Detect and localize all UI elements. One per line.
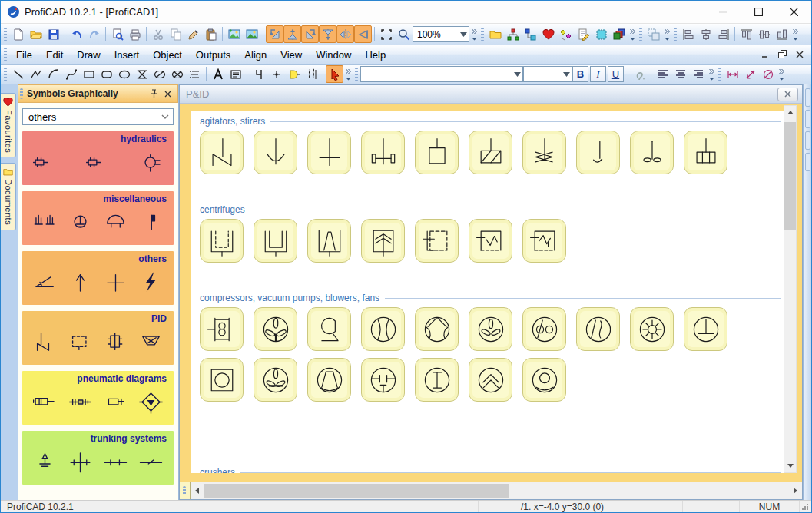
dock-button[interactable]: [805, 110, 810, 128]
text-block-button[interactable]: [227, 65, 244, 83]
symbol-tile-centrifuge-basket[interactable]: [254, 219, 297, 263]
menu-help[interactable]: Help: [358, 46, 393, 64]
toolbar-grip[interactable]: [355, 68, 358, 81]
group-objects-button[interactable]: [645, 25, 662, 43]
align-left-button[interactable]: [679, 25, 697, 43]
flip-horizontal-button[interactable]: [336, 25, 354, 43]
menubar-grip[interactable]: [4, 48, 7, 61]
toolbar-overflow-chevron[interactable]: [790, 25, 800, 43]
symbol-tile-centrifuge-dashed-basket[interactable]: [200, 219, 244, 263]
symbol-tile-ring-compressor[interactable]: [522, 358, 566, 402]
toolbar-overflow-chevron[interactable]: [777, 65, 787, 83]
symbol-mini-angle[interactable]: [32, 270, 58, 295]
symbol-tile-axial-fan[interactable]: [254, 307, 297, 351]
rotate-free-button[interactable]: [354, 25, 372, 43]
scroll-corner-grip[interactable]: [180, 482, 191, 499]
toolbar-grip[interactable]: [481, 28, 484, 41]
zoom-button[interactable]: [395, 25, 413, 43]
toolbar-overflow-chevron[interactable]: [628, 25, 638, 43]
connector-button[interactable]: [250, 65, 267, 83]
dim-angular-button[interactable]: [741, 65, 759, 83]
align-middle-button[interactable]: [755, 25, 773, 43]
symbol-tile-centrifuge-pusher[interactable]: [415, 219, 459, 263]
menu-insert[interactable]: Insert: [108, 46, 147, 64]
symbol-tile-gear-pump[interactable]: [630, 307, 674, 351]
edit-symbol-button[interactable]: [575, 25, 592, 43]
new-button[interactable]: [9, 25, 27, 43]
align-top-button[interactable]: [737, 25, 755, 43]
toolbar-grip[interactable]: [4, 68, 7, 81]
mdi-restore-button[interactable]: [778, 49, 787, 61]
symbol-tile-rotary-compressor[interactable]: [200, 358, 244, 402]
category-trunking-systems[interactable]: trunking systems: [22, 431, 174, 485]
zoom-level-combo[interactable]: 100%: [413, 26, 469, 42]
menu-view[interactable]: View: [273, 46, 309, 64]
align-right-button[interactable]: [714, 25, 732, 43]
junction-button[interactable]: [267, 65, 285, 83]
redo-button[interactable]: [85, 25, 103, 43]
ellipse-slash-button[interactable]: [151, 65, 168, 83]
menu-align[interactable]: Align: [237, 46, 273, 64]
rounded-rectangle-button[interactable]: [98, 65, 115, 83]
menu-draw[interactable]: Draw: [70, 46, 107, 64]
insert-texture-button[interactable]: [243, 25, 260, 43]
symbols-tree-button[interactable]: [504, 25, 522, 43]
symbol-mini-trunk-line[interactable]: [103, 449, 128, 475]
print-preview-button[interactable]: [108, 25, 126, 43]
copy-button[interactable]: [167, 25, 184, 43]
scroll-right-arrow[interactable]: [789, 482, 802, 499]
menu-file[interactable]: File: [9, 46, 39, 64]
toolbar-overflow-chevron[interactable]: [343, 65, 353, 83]
select-area-button[interactable]: [377, 25, 395, 43]
font-family-combo[interactable]: [360, 66, 523, 82]
open-folder-button[interactable]: [486, 25, 504, 43]
pid-title-bar[interactable]: P&ID: [180, 85, 802, 104]
symbol-tile-centrifuge-vibrating-2[interactable]: [522, 219, 566, 263]
underline-button[interactable]: U: [608, 66, 624, 82]
symbol-tile-diaphragm-compressor[interactable]: [415, 307, 459, 351]
rectangle-button[interactable]: [80, 65, 98, 83]
cut-button[interactable]: [149, 25, 167, 43]
symbol-mini-antennas[interactable]: [32, 210, 58, 235]
symbol-mini-pump[interactable]: [138, 150, 164, 175]
italic-button[interactable]: I: [590, 66, 606, 82]
hourglass-button[interactable]: [133, 65, 151, 83]
toolbar-overflow-chevron[interactable]: [662, 25, 672, 43]
tab-documents[interactable]: Documents: [1, 163, 16, 230]
symbol-mini-power-pack[interactable]: [85, 150, 111, 175]
horizontal-scrollbar[interactable]: [191, 482, 802, 499]
chevron-down-icon[interactable]: [561, 72, 572, 77]
resize-grip[interactable]: [800, 503, 811, 511]
symbol-tile-axial-fan-stage[interactable]: [254, 358, 297, 402]
hatch-button[interactable]: [186, 65, 204, 83]
line-button[interactable]: [9, 65, 27, 83]
vertical-scrollbar[interactable]: [784, 105, 797, 473]
pin-icon[interactable]: [147, 87, 161, 101]
tab-favourites[interactable]: Favourites: [1, 93, 16, 157]
symbol-group-dropdown[interactable]: others: [22, 108, 174, 125]
dim-diameter-button[interactable]: [759, 65, 777, 83]
symbol-mini-arrow-up[interactable]: [68, 270, 93, 295]
mdi-close-button[interactable]: [796, 49, 804, 61]
align-text-center-button[interactable]: [671, 65, 689, 83]
dock-button[interactable]: [805, 153, 810, 171]
category-pneumatic-diagrams[interactable]: pneumatic diagrams: [22, 371, 174, 425]
symbol-tile-screw-compressor[interactable]: [576, 307, 620, 351]
symbol-tile-agitator-anchor[interactable]: [254, 131, 297, 174]
open-button[interactable]: [27, 25, 45, 43]
symbol-tile-agitator-hook[interactable]: [576, 131, 620, 174]
horizontal-scroll-thumb[interactable]: [204, 484, 509, 498]
maximize-button[interactable]: [741, 1, 776, 23]
undo-button[interactable]: [68, 25, 85, 43]
symbol-mini-earth[interactable]: [68, 210, 93, 235]
symbol-tile-centrifuge-conical[interactable]: [307, 219, 351, 263]
align-center-button[interactable]: [697, 25, 714, 43]
category-miscellaneous[interactable]: miscellaneous: [22, 191, 174, 245]
symbol-tile-piston-compressor[interactable]: [200, 307, 244, 351]
ellipse-slash2-button[interactable]: [168, 65, 186, 83]
category-hydraulics[interactable]: hydraulics: [22, 131, 174, 185]
integrated-circuits-button[interactable]: [592, 25, 610, 43]
ellipse-button[interactable]: [115, 65, 133, 83]
gate-button[interactable]: [285, 65, 303, 83]
rotate-left-button[interactable]: [266, 25, 283, 43]
